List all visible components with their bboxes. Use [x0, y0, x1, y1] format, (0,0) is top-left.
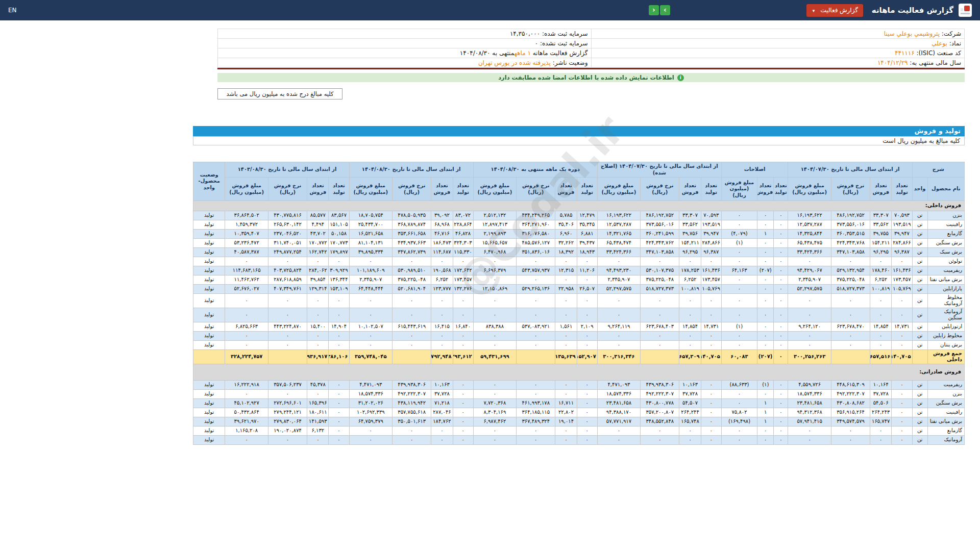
- value-cell: ۳۵۷,۵۰۶,۲۳۷: [268, 380, 307, 389]
- value-cell: ۱۰,۱۰۲,۵۰۷: [349, 322, 392, 331]
- value-cell: ۰: [268, 389, 307, 398]
- value-cell: ۱۹۰,۰۲۰,۸۷۴: [268, 426, 307, 435]
- unit-cell: تن: [912, 322, 927, 331]
- table-row: بنزنتن۷۰,۵۹۳۳۳,۳۰۷۴۸۶,۱۹۲,۷۵۲۱۶,۱۹۳,۶۲۲۰…: [193, 211, 965, 220]
- info-label: سرمایه ثبت نشده:: [538, 40, 587, 47]
- value-cell: ۱۴,۷۳۱: [892, 322, 912, 331]
- value-cell: ۴۶۱,۹۹۳,۱۷۸: [517, 398, 555, 408]
- value-cell: ۱۳۶,۳۴۴: [329, 275, 349, 284]
- value-cell: ۱۴,۹۰۴: [329, 322, 349, 331]
- value-cell: ۰: [225, 293, 268, 308]
- value-cell: ۱۷۰,۷۷۳: [329, 238, 349, 247]
- product-name: جمع فروش داخلی: [927, 349, 964, 364]
- info-label: شرکت:: [940, 30, 961, 37]
- value-cell: ۰: [757, 293, 774, 308]
- value-cell: ۲۸۴,۸۶۶: [701, 238, 721, 247]
- value-cell: ۰: [757, 247, 774, 257]
- value-cell: ۱۵,۴۰۰: [307, 322, 329, 331]
- column-header: تعداد تولید: [577, 178, 597, 201]
- value-cell: ۱۲۹,۳۱۴: [307, 284, 329, 293]
- codal-logo-icon[interactable]: [959, 4, 972, 17]
- info-label: سرمایه ثبت شده:: [540, 30, 587, 37]
- info-value: ۴۴۱۱۱۶: [895, 49, 915, 57]
- value-cell: (۸۸,۶۳۳): [721, 380, 757, 389]
- value-cell: ۰: [774, 408, 788, 417]
- next-report-button[interactable]: ›: [660, 5, 670, 15]
- value-cell: ۱۱۵,۳۳۰: [453, 247, 473, 257]
- value-cell: ۴۴۸,۶۱۵,۳۰۹: [831, 380, 870, 389]
- logo-line: [961, 13, 970, 14]
- column-header: نرخ فروش (ریال): [517, 178, 555, 201]
- value-cell: ۶۸,۹۶۸: [431, 220, 453, 229]
- value-cell: ۱۶,۵۲۱,۶۵۸: [349, 229, 392, 238]
- value-cell: ۳۷۵,۲۲۵,۰۴۸: [831, 275, 870, 284]
- status-cell: تولید: [193, 426, 225, 435]
- value-cell: ۶,۱۳۲: [307, 426, 329, 435]
- value-cell: ۰: [701, 398, 721, 408]
- value-cell: ۰: [788, 340, 831, 349]
- value-cell: ۰: [701, 293, 721, 308]
- language-switch-link[interactable]: EN: [8, 0, 17, 20]
- value-cell: ۵۴,۵۰۶: [870, 398, 892, 408]
- value-cell: ۶۲۳,۶۷۸,۴۰۳: [641, 322, 679, 331]
- logo-red-square: [964, 6, 970, 11]
- column-header: تعداد فروش: [307, 178, 329, 201]
- value-cell: ۳۳,۳۰۷: [679, 211, 701, 220]
- value-cell: ۳۵۶,۹۱۵,۲۶۴: [831, 408, 870, 417]
- value-cell: ۰: [453, 435, 473, 444]
- value-cell: ۰: [473, 331, 516, 340]
- value-cell: [268, 349, 307, 364]
- value-cell: ۰: [393, 340, 431, 349]
- value-cell: ۱۸۴,۷۶۲: [431, 417, 453, 426]
- table-head: شرحاز ابتدای سال مالی تا تاریخ ۱۴۰۴/۰۷/۳…: [193, 162, 965, 201]
- value-cell: ۴۶,۷۱۶: [431, 229, 453, 238]
- value-cell: ۳۷,۷۲۸: [870, 389, 892, 398]
- value-cell: ۰: [701, 308, 721, 322]
- value-cell: ۱۶,۴۱۵: [431, 322, 453, 331]
- value-cell: ۳۶۸,۷۸۹,۸۷۴: [393, 220, 431, 229]
- value-cell: ۰: [774, 308, 788, 322]
- value-cell: ۰: [788, 257, 831, 266]
- info-value: بوعلي: [932, 40, 947, 47]
- info-label: گزارش فعالیت ماهانه: [531, 49, 588, 57]
- value-cell: ۳۷,۷۲۸: [679, 389, 701, 398]
- value-cell: ۰: [225, 389, 268, 398]
- value-cell: ۰: [757, 426, 774, 435]
- desc-header: شرح: [912, 162, 964, 178]
- value-cell: ۳۹,۷۵۶: [679, 229, 701, 238]
- value-cell: ۰: [870, 426, 892, 435]
- value-cell: ۴۳۴,۹۳۷,۶۶۳: [393, 238, 431, 247]
- value-cell: ۶,۴۷۰,۹۶۸: [473, 247, 516, 257]
- column-header: تعداد فروش: [870, 178, 892, 201]
- value-cell: ۰: [774, 417, 788, 426]
- status-cell: تولید: [193, 238, 225, 247]
- value-cell: ۲,۱۹۹,۸۹۳: [473, 229, 516, 238]
- value-cell: ۱,۱۶۵,۲۰۸: [225, 426, 268, 435]
- value-cell: ۵۰,۴۳۲,۸۶۴: [225, 408, 268, 417]
- value-cell: ۳۹,۹۴۷: [892, 229, 912, 238]
- value-cell: ۰: [517, 435, 555, 444]
- report-type-dropdown[interactable]: گزارش فعالیت ▼: [806, 4, 863, 17]
- value-cell: ۲,۳۴۵,۹۰۷: [349, 275, 392, 284]
- value-cell: ۰: [517, 257, 555, 266]
- unit-cell: [912, 349, 927, 364]
- value-cell: ۰: [393, 331, 431, 340]
- prev-report-button[interactable]: ‹: [649, 5, 659, 15]
- value-cell: ۷۰,۵۹۳: [892, 211, 912, 220]
- status-cell: تولید: [193, 389, 225, 398]
- value-cell: ۱۴,۸۵۴: [870, 322, 892, 331]
- value-cell: ۰: [268, 435, 307, 444]
- value-cell: ۲۸۴,۰۶۲: [307, 266, 329, 275]
- value-cell: ۵۷,۷۷۱,۹۱۷: [597, 417, 640, 426]
- value-cell: ۱۶,۱۹۳,۶۲۲: [788, 211, 831, 220]
- value-cell: ۰: [431, 435, 453, 444]
- value-cell: ۱۰,۳۵۹,۴۰۷: [225, 229, 268, 238]
- value-cell: ۳۵۷,۲۰۰,۸۰۷: [641, 408, 679, 417]
- value-cell: ۳۱۶,۰۷۶,۵۸۰: [517, 229, 555, 238]
- value-cell: ۰: [555, 389, 577, 398]
- value-cell: ۱۸,۵۷۴,۳۳۶: [788, 389, 831, 398]
- column-header: تعداد فروش: [431, 178, 453, 201]
- value-cell: ۰: [577, 389, 597, 398]
- value-cell: ۰: [757, 211, 774, 220]
- value-cell: ۳۵۷,۷۵۵,۶۱۸: [393, 408, 431, 417]
